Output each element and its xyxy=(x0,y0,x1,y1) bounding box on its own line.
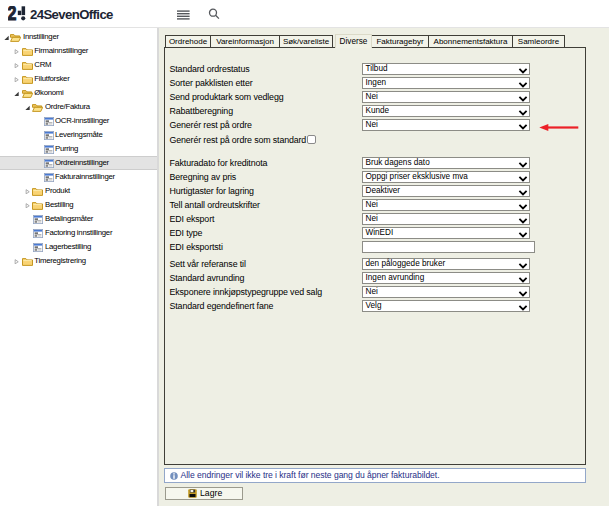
svg-text:2: 2 xyxy=(8,6,16,23)
